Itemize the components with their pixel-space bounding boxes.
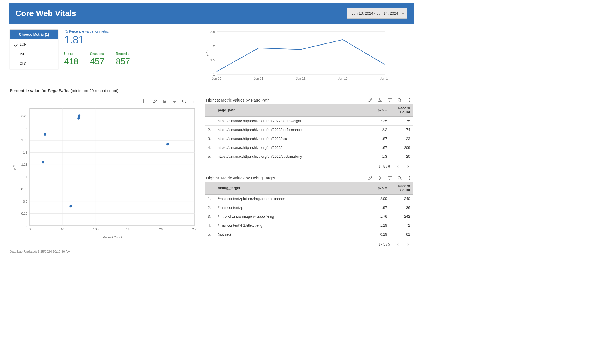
debug-target-table: debug_target p75 Record Count 1.#maincon… xyxy=(205,182,413,239)
check-icon xyxy=(13,42,17,46)
col-debug-target[interactable]: debug_target xyxy=(215,182,370,195)
metric-option-lcp[interactable]: LCP xyxy=(10,39,58,49)
svg-text:Jun 12: Jun 12 xyxy=(296,77,305,80)
zoom-icon[interactable] xyxy=(397,175,402,181)
svg-text:1.75: 1.75 xyxy=(21,139,27,142)
metric-option-inp[interactable]: INP xyxy=(10,49,58,59)
more-icon[interactable] xyxy=(191,99,196,104)
edit-icon[interactable] xyxy=(368,175,373,181)
svg-text:2: 2 xyxy=(26,126,27,130)
sort-desc-icon xyxy=(385,187,387,189)
filter-icon[interactable] xyxy=(387,175,392,181)
svg-point-77 xyxy=(409,179,410,180)
percentile-value: 1.81 xyxy=(64,34,199,46)
col-record-count[interactable]: Record Count xyxy=(390,104,413,117)
data-timestamp: Data Last Updated: 6/15/2024 10:12:50 AM xyxy=(10,250,413,253)
row-count: 74 xyxy=(390,126,413,134)
svg-rect-22 xyxy=(30,108,195,226)
svg-point-57 xyxy=(77,117,80,120)
row-p75: 1.67 xyxy=(370,143,390,152)
svg-point-21 xyxy=(194,102,194,103)
table-row[interactable]: 2.#maincontent>p1.9736 xyxy=(205,203,413,212)
svg-text:150: 150 xyxy=(126,228,131,231)
row-p75: 1.76 xyxy=(370,212,390,221)
row-key: https://almanac.httparchive.org/en/2022/… xyxy=(215,126,370,134)
row-index: 2. xyxy=(205,126,215,134)
table-row[interactable]: 3.https://almanac.httparchive.org/en/202… xyxy=(205,134,413,143)
filter-icon[interactable] xyxy=(172,99,177,104)
users-label: Users xyxy=(64,52,78,56)
scatter-toolbar xyxy=(10,98,199,106)
svg-text:Jun 14: Jun 14 xyxy=(380,77,388,80)
svg-rect-14 xyxy=(143,100,147,103)
edit-icon[interactable] xyxy=(368,98,373,103)
pager-range: 1 - 5 / 6 xyxy=(378,165,390,169)
svg-text:p75: p75 xyxy=(206,50,209,56)
table-row[interactable]: 1.#maincontent>picture>img.content-banne… xyxy=(205,195,413,203)
row-index: 5. xyxy=(205,152,215,161)
table-row[interactable]: 5.https://almanac.httparchive.org/en/202… xyxy=(205,152,413,161)
row-index: 4. xyxy=(205,143,215,152)
svg-text:1.5: 1.5 xyxy=(23,151,27,154)
pager-prev[interactable] xyxy=(395,242,400,247)
scatter-chart: 05010015020025000.250.50.7511.251.51.752… xyxy=(10,106,199,240)
svg-text:p75: p75 xyxy=(13,164,16,170)
page-title: Core Web Vitals xyxy=(15,9,76,18)
page-path-table: page_path p75 Record Count 1.https://alm… xyxy=(205,104,413,161)
filter-icon[interactable] xyxy=(387,98,392,103)
pager-next[interactable] xyxy=(406,164,411,169)
row-count: 61 xyxy=(390,230,413,239)
col-p75[interactable]: p75 xyxy=(370,104,390,117)
svg-point-58 xyxy=(44,133,46,136)
timeseries-chart: 11.522.5Jun 10Jun 11Jun 12Jun 13Jun 14p7… xyxy=(204,29,413,83)
metric-option-cls[interactable]: CLS xyxy=(10,59,58,69)
pager-prev[interactable] xyxy=(395,164,400,169)
pager-next[interactable] xyxy=(406,242,411,247)
row-key: #maincontent>p xyxy=(215,203,370,212)
select-icon[interactable] xyxy=(143,99,148,104)
svg-point-75 xyxy=(409,176,410,177)
date-range-value: Jun 10, 2024 - Jun 14, 2024 xyxy=(352,11,398,15)
row-key: (not set) xyxy=(215,230,370,239)
edit-icon[interactable] xyxy=(152,99,158,104)
tune-icon[interactable] xyxy=(377,175,383,181)
row-index: 4. xyxy=(205,221,215,230)
row-index: 3. xyxy=(205,134,215,143)
row-count: 242 xyxy=(390,212,413,221)
svg-point-56 xyxy=(78,114,80,117)
table-row[interactable]: 5.(not set)0.1961 xyxy=(205,230,413,239)
table-row[interactable]: 3.#intro>div.intro-image-wrapper>img1.76… xyxy=(205,212,413,221)
svg-text:Jun 13: Jun 13 xyxy=(338,77,347,80)
metric-option-label: CLS xyxy=(20,62,26,66)
page-path-pager: 1 - 5 / 6 xyxy=(205,161,413,170)
debug-target-pager: 1 - 5 / 5 xyxy=(205,239,413,248)
row-p75: 1.97 xyxy=(370,203,390,212)
table-row[interactable]: 1.https://almanac.httparchive.org/en/202… xyxy=(205,117,413,126)
percentile-label: 75 Percentile value for metric xyxy=(64,29,199,33)
svg-point-69 xyxy=(409,100,410,100)
more-icon[interactable] xyxy=(407,175,412,181)
col-record-count[interactable]: Record Count xyxy=(390,182,413,195)
zoom-icon[interactable] xyxy=(397,98,402,103)
svg-text:0.75: 0.75 xyxy=(21,187,27,191)
svg-text:0.5: 0.5 xyxy=(23,200,27,203)
more-icon[interactable] xyxy=(407,98,412,103)
scatter-section-title: Percentile value for Page Paths (minimum… xyxy=(10,88,413,93)
table-row[interactable]: 4.#maincontent>h1.title.title-lg1.1972 xyxy=(205,221,413,230)
svg-text:Record Count: Record Count xyxy=(103,236,122,239)
row-index: 1. xyxy=(205,195,215,203)
row-index: 5. xyxy=(205,230,215,239)
table-row[interactable]: 2.https://almanac.httparchive.org/en/202… xyxy=(205,126,413,134)
row-index: 2. xyxy=(205,203,215,212)
tune-icon[interactable] xyxy=(162,99,167,104)
svg-text:Jun 10: Jun 10 xyxy=(212,77,221,80)
table-row[interactable]: 4.https://almanac.httparchive.org/en/202… xyxy=(205,143,413,152)
date-range-picker[interactable]: Jun 10, 2024 - Jun 14, 2024 xyxy=(347,8,407,19)
zoom-icon[interactable] xyxy=(182,99,187,104)
col-page-path[interactable]: page_path xyxy=(215,104,370,117)
col-p75[interactable]: p75 xyxy=(370,182,390,195)
tune-icon[interactable] xyxy=(377,98,383,103)
svg-point-70 xyxy=(409,101,410,102)
debug-target-table-title: Highest Metric values by Debug Target xyxy=(206,176,275,180)
row-p75: 1.19 xyxy=(370,221,390,230)
